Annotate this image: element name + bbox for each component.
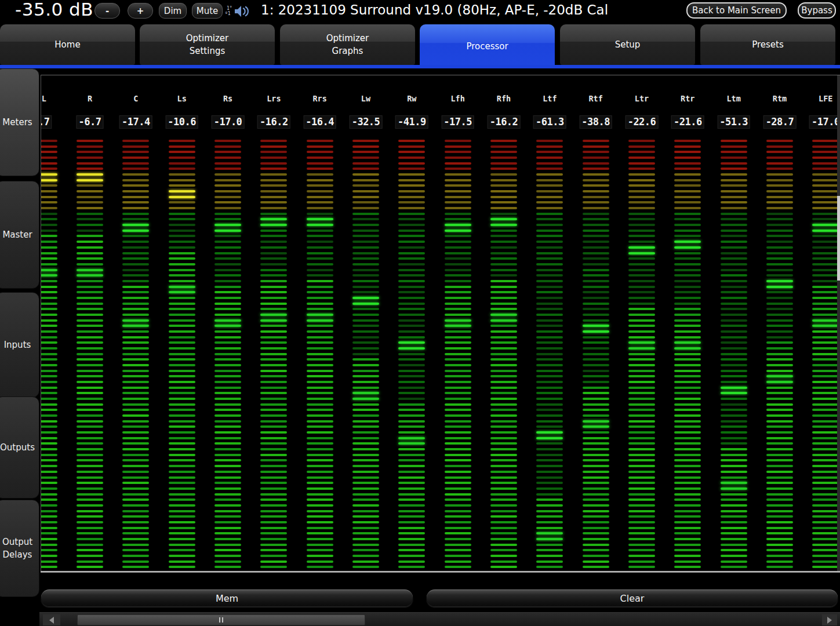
scroll-left-arrow[interactable] <box>43 614 60 625</box>
mem-button[interactable]: Mem <box>41 589 413 606</box>
scroll-right-arrow[interactable] <box>822 614 837 625</box>
tab-setup[interactable]: Setup <box>560 24 695 65</box>
sidebar-item-inputs[interactable]: Inputs <box>0 292 39 398</box>
channel-level-value: .7 <box>41 115 52 129</box>
meter-segment <box>490 538 517 540</box>
meter-segment <box>41 504 57 507</box>
meter-segment <box>766 168 793 170</box>
meter-segment <box>766 532 793 534</box>
horizontal-scrollbar-thumb[interactable] <box>77 614 365 625</box>
clear-button[interactable]: Clear <box>427 589 838 606</box>
tab-home[interactable]: Home <box>0 24 135 65</box>
meter-segment <box>674 140 701 142</box>
meter-segment <box>41 190 57 192</box>
meter-segment <box>77 566 103 568</box>
meter-segment <box>352 409 379 411</box>
meter-segment <box>766 246 793 249</box>
meter-segment <box>721 521 747 523</box>
meter-segment <box>41 173 57 176</box>
meter-segment <box>674 151 701 153</box>
meter-segment <box>628 471 655 473</box>
tab-optimizer-settings[interactable]: Optimizer Settings <box>140 24 275 65</box>
meter-segment <box>214 504 241 507</box>
meter-segment <box>812 291 839 293</box>
meter-segment <box>169 493 195 496</box>
meter-segment <box>674 398 701 400</box>
sidebar-item-output-delays[interactable]: Output Delays <box>0 500 39 597</box>
meter-segment <box>260 330 287 333</box>
bypass-button[interactable]: Bypass <box>798 2 836 19</box>
meter-segment <box>628 370 655 372</box>
meter-segment <box>41 341 57 344</box>
meter-segment <box>536 145 563 148</box>
channel-level-value: -17.0 <box>212 115 245 129</box>
meter-segment <box>307 364 333 366</box>
sidebar-item-meters[interactable]: Meters <box>0 68 39 176</box>
meter-segment <box>721 414 747 417</box>
tab-presets[interactable]: Presets <box>700 24 835 65</box>
meter-segment <box>536 291 563 293</box>
meter-segment <box>766 527 793 529</box>
meter-segment <box>352 207 379 209</box>
meter-segment <box>583 420 609 423</box>
volume-minus-button[interactable]: - <box>94 3 120 19</box>
meter-segment <box>398 437 425 439</box>
volume-plus-button[interactable]: + <box>128 3 153 19</box>
meter-segment <box>536 549 563 551</box>
meter-segment <box>77 381 103 383</box>
meter-segment <box>721 291 747 293</box>
meter-segment <box>214 280 241 282</box>
mute-button[interactable]: Mute <box>192 3 223 19</box>
meter-segment <box>398 544 425 546</box>
meter-segment <box>766 280 793 282</box>
meter-segment <box>583 156 609 159</box>
meter-segment <box>169 218 195 220</box>
meter-segment <box>352 341 379 344</box>
sidebar-item-outputs[interactable]: Outputs <box>0 396 39 498</box>
meter-segment <box>214 218 241 220</box>
meter-segment <box>77 230 103 232</box>
meter-segment <box>122 381 149 383</box>
sidebar-item-master[interactable]: Master <box>0 181 39 289</box>
meter-segment <box>445 207 471 209</box>
tab-processor[interactable]: Processor <box>420 24 555 68</box>
meter-segment <box>214 179 241 181</box>
meter-segment <box>721 140 747 142</box>
channel-label: Rtf <box>583 94 609 103</box>
meter-segment <box>766 190 793 192</box>
meter-column-Ltm: Ltm-51.3 <box>721 75 747 572</box>
meter-segment <box>583 498 609 501</box>
vertical-scrollbar-thumb[interactable] <box>837 196 840 281</box>
meter-segment <box>445 353 471 355</box>
meter-segment <box>352 504 379 507</box>
horizontal-scrollbar[interactable] <box>39 612 840 626</box>
meter-segment <box>122 241 149 243</box>
meter-segment <box>721 235 747 237</box>
channel-label: Rtr <box>674 94 701 103</box>
tab-optimizer-graphs[interactable]: Optimizer Graphs <box>280 24 415 65</box>
meter-segment <box>536 381 563 383</box>
dim-button[interactable]: Dim <box>159 3 187 19</box>
meter-segment <box>766 184 793 187</box>
meter-segment <box>812 510 839 512</box>
meter-segment <box>766 465 793 467</box>
meter-segment <box>766 336 793 339</box>
meter-segment <box>307 196 333 198</box>
meter-segment <box>536 213 563 215</box>
meter-segment <box>583 319 609 322</box>
meter-segment <box>214 156 241 159</box>
meter-segment <box>352 387 379 389</box>
meter-segment <box>260 521 287 523</box>
vertical-scrollbar[interactable] <box>837 75 840 572</box>
meter-segment <box>490 269 517 271</box>
meter-segment <box>536 336 563 339</box>
meter-segment <box>445 459 471 461</box>
meter-segment <box>77 398 103 400</box>
meter-segment <box>214 381 241 383</box>
meter-segment <box>536 201 563 203</box>
meter-segment <box>445 387 471 389</box>
meter-segment <box>169 308 195 310</box>
back-to-main-screen-button[interactable]: Back to Main Screen <box>686 2 787 19</box>
meter-segment <box>445 521 471 523</box>
meter-segment <box>214 201 241 203</box>
